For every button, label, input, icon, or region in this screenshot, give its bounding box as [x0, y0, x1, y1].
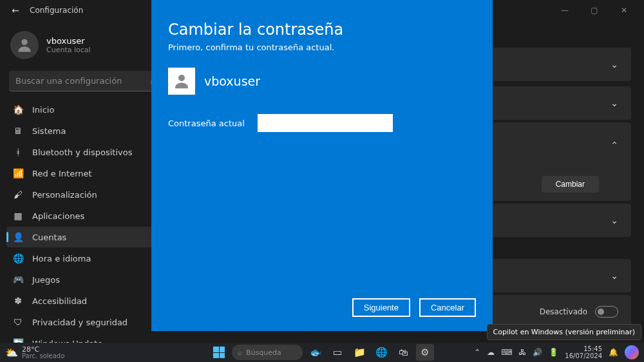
sidebar-item-personalizacion[interactable]: 🖌Personalización [6, 184, 164, 205]
copilot-button[interactable] [625, 345, 639, 359]
store-button[interactable]: 🛍 [394, 344, 412, 361]
time: 15:45 [565, 345, 602, 352]
cancel-button[interactable]: Cancelar [419, 298, 476, 317]
date: 16/07/2024 [565, 352, 602, 359]
modal-username: vboxuser [204, 74, 260, 88]
back-button[interactable]: ← [5, 5, 26, 15]
sidebar-item-inicio[interactable]: 🏠Inicio [6, 99, 164, 120]
user-name: vboxuser [46, 36, 91, 46]
weather-icon: ⛅ [5, 347, 18, 359]
accessibility-icon: ✽ [13, 296, 23, 306]
modal-title: Cambiar la contraseña [168, 21, 476, 39]
toggle-switch[interactable] [595, 306, 618, 318]
change-password-modal: Cambiar la contraseña Primero, confirma … [151, 0, 493, 331]
nav-list: 🏠Inicio 🖥Sistema ᚼBluetooth y dispositiv… [4, 99, 167, 354]
windows-icon [213, 347, 225, 358]
password-field-label: Contraseña actual [168, 119, 245, 128]
sidebar-item-aplicaciones[interactable]: ▦Aplicaciones [6, 205, 164, 226]
chevron-down-icon: ⌄ [611, 98, 618, 108]
weather-temp: 28°C [22, 346, 64, 353]
sidebar-item-label: Accesibilidad [32, 296, 87, 306]
volume-icon[interactable]: 🔊 [533, 348, 542, 357]
brush-icon: 🖌 [13, 189, 23, 200]
search-icon: ⌕ [238, 348, 242, 357]
network-tray-icon[interactable]: 🖧 [518, 348, 526, 357]
network-icon: 📶 [13, 168, 23, 178]
cambiar-button[interactable]: Cambiar [542, 176, 599, 193]
sidebar-item-hora[interactable]: 🌐Hora e idioma [6, 248, 164, 269]
search-label: Búsqueda [246, 348, 281, 357]
chevron-down-icon: ⌄ [611, 59, 618, 70]
edge-button[interactable]: 🌐 [372, 344, 390, 361]
apps-icon: ▦ [13, 211, 23, 221]
svg-point-1 [178, 75, 185, 81]
minimize-button[interactable]: — [550, 0, 580, 21]
sidebar: vboxuser Cuenta local Buscar una configu… [0, 21, 171, 343]
sidebar-item-label: Red e Internet [32, 169, 92, 178]
sidebar-item-label: Aplicaciones [32, 211, 84, 221]
widget-button[interactable]: 🐟 [307, 344, 325, 361]
next-button[interactable]: Siguiente [352, 298, 410, 317]
sidebar-item-bluetooth[interactable]: ᚼBluetooth y dispositivos [6, 142, 164, 162]
sidebar-item-label: Sistema [32, 126, 66, 136]
accounts-icon: 👤 [13, 232, 23, 242]
modal-avatar [168, 68, 195, 95]
weather-desc: Parc. soleado [22, 353, 64, 359]
clock-icon: 🌐 [13, 253, 23, 263]
shield-icon: 🛡 [13, 317, 23, 327]
user-type: Cuenta local [46, 46, 91, 54]
start-button[interactable] [210, 344, 228, 361]
sidebar-item-cuentas[interactable]: 👤Cuentas [6, 227, 164, 247]
settings-button[interactable]: ⚙ [416, 344, 434, 361]
sidebar-item-label: Bluetooth y dispositivos [32, 148, 132, 157]
close-button[interactable]: ✕ [609, 0, 639, 21]
taskbar-search[interactable]: ⌕ Búsqueda [232, 345, 303, 360]
toggle-label: Desactivado [540, 307, 587, 316]
current-password-input[interactable] [258, 114, 393, 132]
system-icon: 🖥 [13, 126, 23, 136]
explorer-button[interactable]: 📁 [350, 344, 368, 361]
sidebar-item-label: Inicio [32, 105, 54, 115]
sidebar-item-label: Privacidad y seguridad [32, 318, 128, 327]
sidebar-item-label: Cuentas [32, 233, 66, 242]
sidebar-item-label: Juegos [32, 275, 60, 285]
person-icon [172, 71, 191, 91]
search-input[interactable]: Buscar una configuración ⌕ [9, 71, 162, 91]
language-icon[interactable]: ⌨ [501, 348, 512, 357]
maximize-button[interactable]: ▢ [580, 0, 609, 21]
svg-point-0 [21, 39, 27, 45]
games-icon: 🎮 [13, 274, 23, 285]
notifications-icon[interactable]: 🔔 [609, 348, 618, 357]
battery-icon[interactable]: 🔋 [549, 348, 558, 357]
taskbar-center: ⌕ Búsqueda 🐟 ▭ 📁 🌐 🛍 ⚙ [210, 344, 434, 361]
home-icon: 🏠 [13, 104, 23, 115]
chevron-up-icon: ⌃ [611, 140, 618, 150]
sidebar-item-label: Hora e idioma [32, 254, 91, 263]
tray-chevron-icon[interactable]: ⌃ [474, 348, 480, 357]
sidebar-item-privacidad[interactable]: 🛡Privacidad y seguridad [6, 312, 164, 332]
system-tray: ⌃ ☁ ⌨ 🖧 🔊 🔋 15:45 16/07/2024 🔔 [474, 345, 639, 359]
sidebar-item-label: Personalización [32, 190, 97, 200]
task-view-button[interactable]: ▭ [328, 344, 346, 361]
sidebar-item-red[interactable]: 📶Red e Internet [6, 163, 164, 184]
sidebar-item-accesibilidad[interactable]: ✽Accesibilidad [6, 291, 164, 311]
window-title: Configuración [30, 6, 83, 15]
copilot-tooltip: Copilot en Windows (versión preliminar) [487, 324, 641, 340]
chevron-down-icon: ⌄ [611, 271, 618, 281]
avatar [10, 31, 39, 59]
bluetooth-icon: ᚼ [13, 147, 23, 157]
user-block[interactable]: vboxuser Cuenta local [4, 21, 167, 71]
chevron-down-icon: ⌄ [611, 215, 618, 225]
weather-widget[interactable]: ⛅ 28°C Parc. soleado [5, 346, 64, 359]
sidebar-item-sistema[interactable]: 🖥Sistema [6, 120, 164, 141]
person-icon [15, 36, 33, 54]
search-placeholder: Buscar una configuración [15, 76, 150, 86]
sidebar-item-juegos[interactable]: 🎮Juegos [6, 269, 164, 290]
onedrive-icon[interactable]: ☁ [487, 348, 495, 357]
clock[interactable]: 15:45 16/07/2024 [565, 345, 602, 359]
modal-subtitle: Primero, confirma tu contraseña actual. [168, 43, 476, 52]
taskbar: ⛅ 28°C Parc. soleado ⌕ Búsqueda 🐟 ▭ 📁 🌐 … [0, 343, 644, 362]
